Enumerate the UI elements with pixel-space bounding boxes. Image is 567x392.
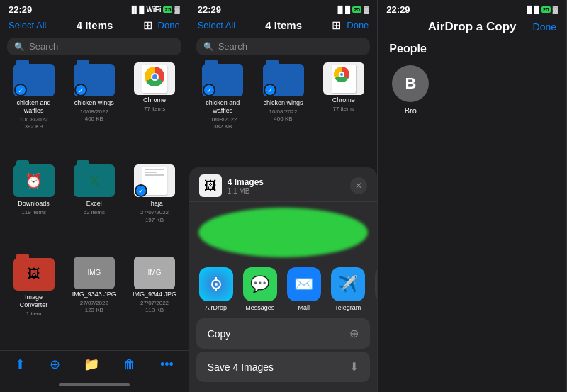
status-time-right: 22:29 [386, 4, 410, 15]
status-icons-right: ▐▌█ 25 ▓ [524, 6, 558, 13]
share-header: 🖼 4 Images 1.1 MB ✕ [189, 167, 378, 202]
list-item[interactable]: IMG IMG_9344.JPG 27/07/2022118 KB [126, 257, 182, 346]
file-name: chicken and waffles [11, 99, 57, 115]
list-item[interactable]: Chrome 77 items [126, 62, 182, 159]
telegram-label: Telegram [335, 304, 361, 311]
list-item[interactable]: 🖼 Image Converter 1 item [6, 257, 62, 346]
list-item[interactable]: ✓ Hhaja 27/07/2022197 KB [126, 163, 182, 252]
file-name: IMG_9343.JPG [72, 291, 116, 298]
person-avatar[interactable]: B [392, 65, 429, 102]
battery-icon-r: ▓ [553, 6, 558, 13]
folder-wrap: ⏰ [13, 163, 55, 198]
list-item[interactable]: IMG IMG_9343.JPG 27/07/2022123 KB [66, 257, 122, 346]
grid-view-icon-m[interactable]: ⊞ [332, 18, 341, 32]
doc-thumb: IMG [134, 257, 175, 289]
mail-label: Mail [298, 304, 310, 311]
doc-page [142, 65, 167, 93]
done-button-left[interactable]: Done [158, 20, 180, 30]
middle-panel: 22:29 ▐▌█ 25 ▓ Select All 4 Items ⊞ Done… [189, 0, 378, 392]
share-close-button[interactable]: ✕ [350, 177, 367, 194]
doc-line [145, 172, 157, 173]
folder-wrap: ✓ [133, 163, 176, 198]
airdrop-panel: 22:29 ▐▌█ 25 ▓ AirDrop a Copy Done Peopl… [378, 0, 567, 392]
list-item[interactable]: ✓ chicken and waffles 10/08/2022382 KB [6, 62, 62, 159]
mail-share-app[interactable]: ✉️ Mail [286, 267, 322, 311]
file-info: 10/08/2022382 KB [20, 116, 48, 131]
search-placeholder-middle: Search [218, 41, 247, 52]
image-preview [198, 208, 368, 257]
chrome-thumb-m [323, 62, 364, 95]
lte-badge-right: 25 [541, 6, 551, 13]
status-icons-middle: ▐▌█ 25 ▓ [335, 6, 369, 13]
file-name: Hhaja [146, 200, 163, 208]
search-bar-middle[interactable]: 🔍 Search [196, 38, 371, 55]
folder-wrap: ✓ [73, 62, 116, 98]
file-info: 62 items [84, 209, 105, 216]
list-item[interactable]: X Excel 62 items [66, 163, 122, 252]
chrome-center [151, 73, 159, 81]
more-app-icon: ••• [375, 267, 378, 301]
folder-tab [77, 160, 89, 165]
airdrop-done-button[interactable]: Done [533, 21, 556, 33]
airdrop-share-app[interactable]: AirDrop [198, 267, 235, 311]
telegram-share-app[interactable]: ✈️ Telegram [330, 267, 366, 311]
doc-page [332, 65, 356, 93]
airdrop-app-icon [199, 267, 233, 301]
chrome-center-m [339, 72, 344, 77]
lte-badge-left: 25 [163, 6, 172, 13]
airdrop-section-title: People [389, 43, 555, 55]
person-name: Bro [405, 106, 417, 115]
folder-icon: 🖼 [13, 258, 55, 291]
file-info: 77 items [144, 106, 165, 113]
home-indicator-left [0, 378, 189, 392]
left-panel: 22:29 ▐▌█ WiFi 25 ▓ Select All 4 Items ⊞… [0, 0, 189, 392]
trash-icon[interactable]: 🗑 [123, 357, 136, 372]
select-all-button-middle[interactable]: Select All [198, 20, 235, 30]
search-icon-left: 🔍 [14, 42, 25, 52]
more-share-app[interactable]: ••• [374, 267, 378, 311]
list-item[interactable]: ⏰ Downloads 119 items [6, 163, 62, 252]
file-info: 119 items [21, 209, 46, 216]
folder-wrap: X [73, 163, 116, 198]
battery-icon-m: ▓ [364, 6, 369, 13]
share-icon[interactable]: ⬆ [15, 357, 26, 372]
home-bar [59, 383, 130, 386]
file-grid-left: ✓ chicken and waffles 10/08/2022382 KB ✓… [0, 58, 189, 350]
file-name: chicken wings [74, 99, 114, 107]
share-file-name: 4 Images [228, 177, 264, 187]
done-button-middle[interactable]: Done [347, 20, 369, 30]
people-row: B Bro [389, 65, 432, 115]
folder-wrap: ✓ [13, 62, 55, 98]
file-name: Image Converter [11, 293, 57, 309]
file-name: Downloads [18, 200, 50, 208]
folder-tab [16, 60, 29, 65]
list-item[interactable]: ✓ chicken wings 10/08/2022406 KB [66, 62, 122, 159]
doc-line [145, 169, 164, 170]
select-all-button-left[interactable]: Select All [9, 20, 46, 30]
bottom-toolbar-left: ⬆ ⊕ 📁 🗑 ••• [0, 350, 189, 378]
file-info: 10/08/2022406 KB [269, 108, 297, 123]
file-name: IMG_9344.JPG [133, 291, 176, 298]
share-file-info: 🖼 4 Images 1.1 MB [199, 174, 264, 197]
save-action[interactable]: Save 4 Images ⬇ [196, 352, 371, 382]
status-bar-left: 22:29 ▐▌█ WiFi 25 ▓ [0, 0, 189, 16]
file-name: chicken and waffles [200, 99, 245, 115]
search-icon-middle: 🔍 [203, 42, 214, 52]
folder-icon[interactable]: 📁 [84, 357, 99, 372]
file-name: chicken wings [263, 99, 303, 107]
search-bar-left[interactable]: 🔍 Search [7, 38, 181, 55]
file-info: 77 items [333, 106, 354, 113]
check-badge: ✓ [14, 84, 27, 96]
signal-icon-r: ▐▌█ [524, 6, 539, 13]
grid-view-icon[interactable]: ⊞ [143, 18, 152, 32]
messages-share-app[interactable]: 💬 Messages [242, 267, 279, 311]
telegram-app-icon: ✈️ [331, 267, 365, 301]
check-badge: ✓ [74, 84, 87, 96]
status-time-left: 22:29 [9, 4, 32, 15]
copy-action[interactable]: Copy ⊕ [196, 318, 371, 349]
wifi-icon: WiFi [146, 6, 161, 13]
battery-icon: ▓ [174, 6, 179, 13]
copy-icon[interactable]: ⊕ [50, 357, 60, 372]
more-icon[interactable]: ••• [160, 357, 174, 372]
search-placeholder-left: Search [29, 41, 58, 52]
